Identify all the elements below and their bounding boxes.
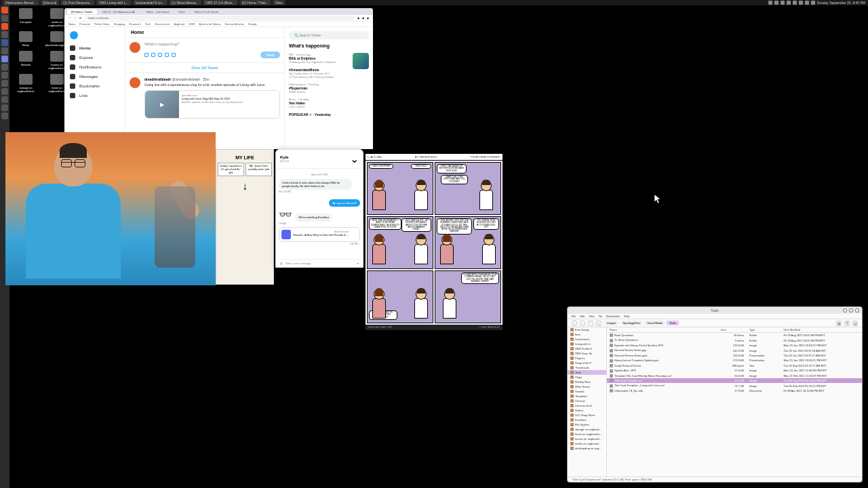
sidebar-place[interactable]: Videos: [568, 408, 606, 413]
bookmark-item[interactable]: Google: [248, 22, 257, 26]
dock-icon[interactable]: [1, 72, 8, 79]
sidebar-place[interactable]: homes on angband.l...: [568, 436, 606, 441]
tray-icon[interactable]: [787, 1, 791, 5]
file-row[interactable]: Heavy but not Complete Spoiler.pptx579.0…: [607, 358, 862, 363]
dock-icon[interactable]: [1, 88, 8, 95]
tray-icon[interactable]: [793, 1, 797, 5]
menu-view[interactable]: View: [589, 314, 595, 318]
browser-tab[interactable]: CSI 19 - The Mysterious Af...: [98, 9, 141, 14]
file-row[interactable]: Template Title Card Weekly Music Roundup…: [607, 373, 862, 378]
user-avatar[interactable]: [130, 42, 140, 53]
sidebar-place[interactable]: Weekly Musi: [568, 380, 606, 384]
maximize-button[interactable]: [849, 308, 853, 312]
nav-up-button[interactable]: ˄: [588, 321, 593, 326]
dm-messages[interactable]: Mon 4:07 PM I told a friend of mine abou…: [276, 169, 363, 259]
minimize-button[interactable]: [843, 308, 847, 312]
dock-discord-icon[interactable]: [1, 56, 8, 62]
sidebar-place[interactable]: Sounds: [568, 389, 606, 394]
menu-bookmarks[interactable]: Bookmarks: [606, 314, 620, 318]
sidebar-place[interactable]: OBS Profile S: [568, 346, 606, 351]
file-row[interactable]: General Review Notes.jpg242.9 kBImageThu…: [607, 348, 862, 352]
desktop-icon[interactable]: Network: [12, 51, 39, 70]
bookmark-item[interactable]: News: [68, 22, 75, 26]
browser-tab[interactable]: (0) Home / Twitter: [67, 9, 97, 14]
tweet-button[interactable]: Tweet: [260, 52, 280, 58]
nav-bookmarks[interactable]: Bookmarks: [67, 81, 122, 91]
extension-icon[interactable]: ◆: [357, 16, 359, 20]
bookmark-item[interactable]: Personal: [79, 22, 90, 26]
extension-icon[interactable]: ◆: [362, 16, 364, 20]
address-bar[interactable]: twitter.com/home: [84, 16, 355, 20]
menu-help[interactable]: Help: [624, 314, 629, 318]
sidebar-place[interactable]: Unrecov: [568, 399, 606, 403]
sidebar-place[interactable]: Unrecov-Junk: [568, 403, 606, 408]
send-icon[interactable]: ➤: [357, 262, 359, 265]
sidebar-place[interactable]: media on angband.l...: [568, 441, 606, 446]
nav-reload-icon[interactable]: ⟳: [79, 16, 81, 20]
dock-icon[interactable]: [1, 47, 8, 54]
sidebar-place[interactable]: storage on angband...: [568, 427, 606, 432]
nav-messages[interactable]: Messages: [67, 72, 122, 81]
sidebar-place[interactable]: Thumbnails: [568, 365, 606, 370]
path-segment[interactable]: Tools: [667, 321, 678, 325]
sidebar-place[interactable]: What Grand: [568, 384, 606, 389]
sidebar-place[interactable]: Templates: [568, 394, 606, 399]
dock-icon[interactable]: [1, 64, 8, 70]
nav-back-icon[interactable]: ←: [68, 16, 71, 20]
taskbar-tab[interactable]: (0) Home / Twitt...: [239, 0, 271, 5]
file-row[interactable]: Script General Text.txt390 bytesTextTue …: [607, 363, 862, 368]
dock-icon[interactable]: [1, 104, 8, 111]
trend-item[interactable]: Entertainment · Trending#Superman3,883 T…: [289, 81, 369, 96]
sidebar-place[interactable]: OBS Team Sa: [568, 351, 606, 356]
compose-input[interactable]: What's happening?: [144, 42, 280, 46]
menu-edit[interactable]: Edit: [580, 314, 585, 318]
sidebar-place[interactable]: Living with Li: [568, 342, 606, 346]
sidebar-place[interactable]: Tools: [568, 370, 606, 375]
gif-icon[interactable]: [151, 53, 155, 57]
dock-icon[interactable]: [1, 80, 8, 87]
nav-forward-button[interactable]: ›: [580, 321, 585, 326]
file-row[interactable]: Title Card Template.xcf11.1 kBImageTue 0…: [607, 378, 862, 383]
tray-icon[interactable]: [805, 1, 809, 5]
tray-icon[interactable]: [781, 1, 785, 5]
window-titlebar[interactable]: Tools: [568, 307, 862, 314]
taskbar-tab[interactable]: (1) Show Messa...: [169, 0, 201, 5]
media-icon[interactable]: ▧: [280, 262, 283, 265]
nav-lists[interactable]: Lists: [67, 91, 122, 100]
sidebar-place[interactable]: Livestreams: [568, 337, 606, 342]
nav-explore[interactable]: Explore: [67, 53, 122, 62]
tray-icon[interactable]: [768, 1, 772, 5]
taskbar-tab[interactable]: Files: [273, 0, 285, 5]
poll-icon[interactable]: [158, 53, 162, 57]
system-tray[interactable]: Sunday September 25, 8:40 PM: [768, 1, 865, 5]
column-header[interactable]: Size: [718, 327, 747, 333]
taskbar-tab[interactable]: [Harmoniou Bamel...: [3, 0, 39, 5]
desktop-icon[interactable]: Home: [12, 31, 39, 47]
tray-icon[interactable]: [811, 1, 815, 5]
nav-back-button[interactable]: ‹: [572, 321, 577, 326]
view-compact-button[interactable]: ▤: [852, 321, 858, 326]
bookmark-item[interactable]: Government: [155, 22, 170, 26]
sidebar-place[interactable]: home on angband.lo...: [568, 432, 606, 436]
nav-home[interactable]: Home: [67, 43, 122, 53]
dm-link-card[interactable]: discord.comDiscord - A New Way to Chat w…: [279, 227, 360, 242]
collapse-icon[interactable]: ⌄: [350, 152, 359, 165]
bookmark-item[interactable]: Online Video: [94, 22, 110, 26]
taskbar-tab[interactable]: [Discord]: [41, 0, 60, 5]
file-list[interactable]: NameSizeTypeDate Modified Book Questions…: [607, 327, 862, 476]
taskbar-tab[interactable]: Unbearable73 Liv...: [133, 0, 167, 5]
dock-icon[interactable]: [1, 15, 8, 22]
twitter-logo-icon[interactable]: [70, 31, 78, 39]
sidebar-place[interactable]: File System: [568, 422, 606, 427]
bookmark-item[interactable]: Articles for Videos: [199, 22, 221, 26]
menu-go[interactable]: Go: [599, 314, 602, 318]
nav-forward-icon[interactable]: →: [74, 16, 77, 20]
bookmark-item[interactable]: Angband: [174, 22, 184, 26]
menu-file[interactable]: File: [572, 314, 576, 318]
browser-tab[interactable]: Home - Cult Social: [142, 9, 173, 14]
dock-icon[interactable]: [1, 31, 8, 38]
desktop-icon[interactable]: Computer: [12, 8, 39, 27]
view-list-button[interactable]: ☰: [844, 321, 850, 326]
column-header[interactable]: Date Modified: [781, 327, 862, 333]
sidebar-place[interactable]: desktopdrop on ang...: [568, 446, 606, 451]
